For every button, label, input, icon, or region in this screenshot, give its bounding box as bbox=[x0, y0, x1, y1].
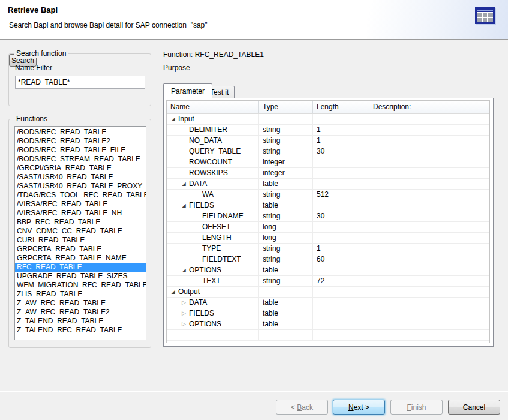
finish-button[interactable]: Finish bbox=[390, 400, 443, 415]
param-row[interactable]: OFFSETlong bbox=[167, 222, 489, 233]
function-list-item[interactable]: GRPCRTA_READ_TABLE bbox=[15, 245, 146, 254]
functions-group: Functions /BODS/RFC_READ_TABLE/BODS/RFC_… bbox=[8, 119, 151, 348]
param-type bbox=[259, 330, 313, 340]
column-header-name[interactable]: Name bbox=[167, 101, 259, 113]
param-description bbox=[369, 276, 489, 286]
param-row[interactable]: QUERY_TABLEstring30 bbox=[167, 146, 489, 157]
function-list-item[interactable]: CNV_CDMC_CC_READ_TABLE bbox=[15, 227, 146, 236]
function-list-item[interactable]: /BODS/RFC_READ_TABLE bbox=[15, 128, 146, 137]
param-row[interactable]: FIELDTEXTstring60 bbox=[167, 254, 489, 265]
param-row[interactable]: TEXTstring72 bbox=[167, 276, 489, 287]
function-list-item[interactable]: /TDAG/RCS_TOOL_RFC_READ_TABLE bbox=[15, 191, 146, 200]
name-filter-input[interactable] bbox=[15, 76, 145, 89]
parameter-tab-panel: Name Type Length Description: ◢InputDELI… bbox=[163, 98, 494, 347]
collapse-toggle-icon[interactable]: ◢ bbox=[181, 179, 187, 189]
function-list-item[interactable]: Z_TALEND_READ_TABLE bbox=[15, 317, 146, 326]
param-row[interactable]: ◢OPTIONStable bbox=[167, 265, 489, 276]
functions-list[interactable]: /BODS/RFC_READ_TABLE/BODS/RFC_READ_TABLE… bbox=[14, 126, 146, 340]
function-list-item[interactable]: /BODS/RFC_READ_TABLE_FILE bbox=[15, 146, 146, 155]
function-list-item[interactable]: /SAST/USR40_READ_TABLE_PROXY bbox=[15, 182, 146, 191]
param-row[interactable]: DELIMITERstring1 bbox=[167, 125, 489, 136]
param-row[interactable]: ROWSKIPSinteger bbox=[167, 168, 489, 179]
param-length: 60 bbox=[313, 254, 369, 265]
param-row[interactable] bbox=[167, 330, 489, 341]
param-length bbox=[313, 330, 369, 340]
collapse-toggle-icon[interactable]: ◢ bbox=[181, 265, 187, 275]
param-row[interactable]: ▷DATAtable bbox=[167, 298, 489, 308]
param-row[interactable]: LENGTHlong bbox=[167, 233, 489, 244]
param-row[interactable]: NO_DATAstring1 bbox=[167, 136, 489, 146]
function-list-item[interactable]: CURI_READ_TABLE bbox=[15, 236, 146, 245]
param-name: OPTIONS bbox=[189, 320, 221, 328]
param-length: 1 bbox=[313, 125, 369, 135]
table-grid-icon bbox=[475, 7, 497, 26]
param-name: Output bbox=[178, 287, 200, 296]
expand-toggle-icon[interactable]: ▷ bbox=[181, 298, 187, 308]
collapse-toggle-icon[interactable]: ◢ bbox=[170, 114, 176, 124]
param-description bbox=[369, 287, 489, 297]
back-button[interactable]: < Back bbox=[276, 400, 328, 415]
param-length bbox=[313, 319, 369, 329]
function-list-item[interactable]: /GRCPI/GRIA_READ_TABLE bbox=[15, 164, 146, 173]
param-name: OFFSET bbox=[202, 223, 230, 231]
function-list-item[interactable]: Z_TALEND_RFC_READ_TABLE bbox=[15, 326, 146, 335]
function-list-item[interactable]: ZLIS_READ_TABLE bbox=[15, 290, 146, 299]
function-list-item[interactable]: /VIRSA/RFC_READ_TABLE_NH bbox=[15, 209, 146, 218]
parameter-table-body: ◢InputDELIMITERstring1NO_DATAstring1QUER… bbox=[167, 114, 489, 341]
expand-toggle-icon[interactable]: ▷ bbox=[181, 319, 187, 329]
column-header-length[interactable]: Length bbox=[313, 101, 369, 113]
param-row[interactable]: ◢Input bbox=[167, 114, 489, 125]
param-length: 30 bbox=[313, 146, 369, 157]
function-list-item[interactable]: GRPCRTA_READ_TABLE_NAME bbox=[15, 254, 146, 263]
param-row[interactable]: FIELDNAMEstring30 bbox=[167, 211, 489, 222]
param-length: 1 bbox=[313, 136, 369, 146]
column-header-type[interactable]: Type bbox=[259, 101, 313, 113]
param-type: string bbox=[259, 244, 313, 254]
param-name: FIELDTEXT bbox=[202, 255, 241, 263]
param-row[interactable]: ▷OPTIONStable bbox=[167, 319, 489, 330]
function-list-item[interactable]: /VIRSA/RFC_READ_TABLE bbox=[15, 200, 146, 209]
param-description bbox=[369, 146, 489, 157]
next-button[interactable]: Next > bbox=[333, 400, 385, 415]
function-list-item[interactable]: Z_AW_RFC_READ_TABLE bbox=[15, 299, 146, 308]
param-name: NO_DATA bbox=[189, 136, 222, 145]
function-list-item[interactable]: WFM_MIGRATION_RFC_READ_TABLE bbox=[15, 281, 146, 290]
param-description bbox=[369, 254, 489, 265]
param-description bbox=[369, 265, 489, 275]
function-list-item[interactable]: /SAST/USR40_READ_TABLE bbox=[15, 173, 146, 182]
param-description bbox=[369, 233, 489, 243]
param-row[interactable]: ROWCOUNTinteger bbox=[167, 157, 489, 168]
cancel-button[interactable]: Cancel bbox=[448, 400, 500, 415]
param-name: TYPE bbox=[202, 244, 221, 253]
function-list-item[interactable]: UPGRADE_READ_TABLE_SIZES bbox=[15, 272, 146, 281]
param-type: string bbox=[259, 211, 313, 221]
collapse-toggle-icon[interactable]: ◢ bbox=[181, 200, 187, 211]
param-length: 512 bbox=[313, 190, 369, 200]
param-row[interactable]: ▷FIELDStable bbox=[167, 308, 489, 319]
param-description bbox=[369, 157, 489, 167]
function-list-item[interactable]: /BODS/RFC_READ_TABLE2 bbox=[15, 137, 146, 146]
search-group-label: Search function bbox=[14, 49, 68, 58]
param-row[interactable]: ◢FIELDStable bbox=[167, 200, 489, 211]
function-list-item[interactable]: RFC_READ_TABLE bbox=[15, 263, 146, 272]
param-description bbox=[369, 136, 489, 146]
param-type: table bbox=[259, 200, 313, 211]
tab-parameter[interactable]: Parameter bbox=[163, 83, 212, 98]
function-list-item[interactable]: /BODS/RFC_STREAM_READ_TABLE bbox=[15, 155, 146, 164]
param-row[interactable]: TYPEstring1 bbox=[167, 244, 489, 254]
param-length: 72 bbox=[313, 276, 369, 286]
param-description bbox=[369, 125, 489, 135]
param-row[interactable]: WAstring512 bbox=[167, 190, 489, 200]
function-list-item[interactable]: BBP_RFC_READ_TABLE bbox=[15, 218, 146, 227]
function-list-item[interactable]: Z_AW_RFC_READ_TABLE2 bbox=[15, 308, 146, 317]
expand-toggle-icon[interactable]: ▷ bbox=[181, 308, 187, 319]
param-length bbox=[313, 233, 369, 243]
param-row[interactable]: ◢Output bbox=[167, 287, 489, 298]
page-title: Retrieve Bapi bbox=[8, 5, 58, 14]
param-description bbox=[369, 114, 489, 124]
param-description bbox=[369, 168, 489, 178]
collapse-toggle-icon[interactable]: ◢ bbox=[170, 287, 176, 297]
column-header-description[interactable]: Description: bbox=[369, 101, 489, 113]
selected-function-label: Function: RFC_READ_TABLE1 bbox=[163, 50, 264, 59]
param-row[interactable]: ◢DATAtable bbox=[167, 179, 489, 190]
